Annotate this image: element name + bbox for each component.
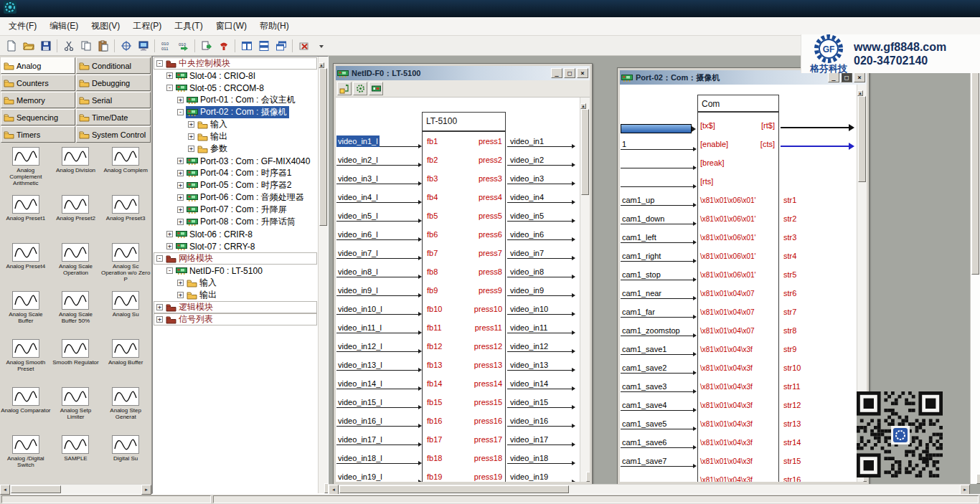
signal-left-label[interactable]: video_in18_l — [338, 454, 382, 462]
tree-expander[interactable]: - — [156, 60, 163, 67]
signal-right-label[interactable]: video_in16 — [510, 417, 548, 425]
output-label[interactable]: str6 — [783, 289, 796, 298]
palette-item[interactable]: Analog Scale Buffer 50% — [51, 290, 101, 338]
signal-left-label[interactable]: cam1_right — [622, 252, 661, 260]
signal-left-label[interactable]: video_in8_l — [338, 267, 378, 276]
signal-left-label[interactable]: cam1_up — [622, 196, 654, 204]
output-label[interactable]: str5 — [783, 270, 796, 279]
signal-right-label[interactable]: video_in3 — [510, 174, 544, 183]
tree-expander[interactable]: - — [177, 109, 184, 115]
palette-item[interactable]: Analog Step Generat — [100, 386, 151, 434]
workspace-vscrollbar[interactable]: ▲ ▼ — [970, 56, 980, 484]
signal-left-label[interactable]: video_in15_l — [338, 398, 382, 406]
tree-item[interactable]: +Port-06 : Com : 音频处理器 — [154, 191, 317, 204]
tree-item[interactable]: +Port-03 : Com : GF-MIX4040 — [154, 155, 317, 167]
open-icon[interactable] — [20, 37, 37, 54]
palette-item[interactable]: SAMPLE — [51, 434, 101, 482]
output-label[interactable]: str13 — [783, 419, 801, 428]
signal-left-label[interactable]: cam1_left — [622, 233, 656, 242]
signal-left-label[interactable]: video_in13_l — [338, 361, 382, 369]
watch-icon[interactable] — [353, 82, 367, 95]
tree-item[interactable]: -NetID-F0 : LT-5100 — [154, 265, 317, 277]
diagram-canvas[interactable]: Com ▲ ▼ [tx$][rt$]1[enable][cts][break][… — [620, 85, 867, 482]
signal-left-label[interactable]: cam1_down — [622, 214, 664, 223]
tree-item[interactable]: +输入 — [154, 277, 317, 289]
signal-left-label[interactable]: video_in11_l — [338, 323, 382, 332]
signal-left-label[interactable]: cam1_far — [622, 308, 655, 316]
output-label[interactable]: str7 — [783, 308, 796, 316]
palette-item[interactable]: Analog Buffer — [100, 338, 151, 386]
tab-memory[interactable]: Memory — [1, 92, 75, 108]
dropdown-icon[interactable] — [313, 37, 329, 54]
value-label[interactable]: \x81\x01\x04\x07 — [700, 290, 755, 298]
signal-right-label[interactable]: video_in14 — [510, 379, 548, 388]
palette-item[interactable]: Analog Setp Limiter — [51, 386, 101, 434]
tree-item[interactable]: +信号列表 — [154, 313, 317, 325]
signal-left-label[interactable]: cam1_save5 — [622, 419, 666, 428]
close-button[interactable]: × — [577, 68, 588, 78]
tree-item[interactable]: +Slot-04 : CRIO-8I — [154, 70, 317, 82]
value-label[interactable]: \x81\x01\x06\x01' — [700, 271, 756, 279]
output-label[interactable]: str2 — [783, 214, 796, 223]
maximize-button[interactable]: □ — [564, 68, 575, 78]
value-label[interactable]: \x81\x01\x06\x01' — [700, 234, 756, 242]
minimize-button[interactable]: _ — [551, 68, 562, 78]
tree-expander[interactable]: + — [188, 133, 194, 140]
tree-expander[interactable]: + — [156, 304, 163, 310]
output-label[interactable]: str16 — [783, 475, 801, 482]
palette-item[interactable]: Analog Smooth Preset — [1, 338, 51, 386]
palette-item[interactable]: Analog Scale Operation — [51, 242, 101, 290]
scroll-thumb[interactable] — [581, 109, 589, 195]
tab-counters[interactable]: Counters — [1, 75, 75, 91]
signal-left-label[interactable]: video_in16_l — [338, 417, 382, 425]
value-label[interactable]: \x81\x01\x06\x01' — [700, 252, 756, 260]
layer-up-icon[interactable] — [337, 82, 352, 95]
tree-vscrollbar[interactable]: ▲ ▼ — [318, 57, 328, 493]
close-all-icon[interactable] — [296, 37, 312, 54]
scroll-thumb[interactable] — [858, 96, 866, 182]
signal-right-label[interactable]: video_in1 — [510, 137, 544, 146]
tab-analog[interactable]: Analog — [1, 57, 75, 74]
maximize-button[interactable]: □ — [841, 72, 852, 82]
tree-expander[interactable]: + — [188, 121, 194, 128]
value-label[interactable]: \x81\x01\x06\x01' — [700, 196, 756, 204]
tile-horizontal-icon[interactable] — [255, 37, 272, 54]
menu-item[interactable]: 编辑(E) — [43, 17, 85, 35]
signal-left-label[interactable]: video_in2_l — [338, 156, 378, 164]
signal-left-label[interactable]: cam1_save3 — [622, 382, 666, 391]
output-label[interactable]: str12 — [783, 401, 801, 409]
palette-item[interactable]: Analog Comparator — [1, 386, 51, 434]
scroll-thumb[interactable] — [11, 485, 61, 493]
tree-expander[interactable]: - — [166, 85, 173, 91]
signal-left-label[interactable]: video_in7_l — [338, 249, 378, 257]
tree-expander[interactable]: + — [177, 97, 184, 103]
tree-item[interactable]: +参数 — [154, 143, 317, 155]
tab-debugging[interactable]: Debugging — [76, 75, 151, 91]
tree-item[interactable]: -中央控制模块 — [154, 57, 317, 70]
tab-conditional[interactable]: Conditional — [76, 57, 151, 74]
signal-left-label[interactable]: video_in6_l — [338, 230, 378, 239]
palette-item[interactable]: Analog Su — [100, 290, 151, 338]
tree-item[interactable]: +输出 — [154, 130, 317, 143]
signal-right-label[interactable]: video_in9 — [510, 286, 544, 295]
module-grid-icon[interactable] — [369, 82, 383, 95]
tree-expander[interactable]: + — [166, 243, 173, 249]
signal-left-label[interactable]: video_in10_l — [338, 305, 382, 313]
tree-item[interactable]: -网络模块 — [154, 252, 317, 265]
signal-right-label[interactable]: video_in12 — [510, 342, 548, 351]
tab-timers[interactable]: Timers — [1, 126, 75, 143]
tree-expander[interactable]: + — [156, 316, 163, 323]
signal-left-label[interactable]: video_in5_l — [338, 211, 378, 220]
signal-right-label[interactable]: video_in17 — [510, 435, 548, 444]
signal-right-label[interactable]: video_in7 — [510, 249, 544, 257]
window-vscrollbar[interactable]: ▲ ▼ — [580, 98, 590, 482]
tree-item[interactable]: +Port-05 : Com : 时序器2 — [154, 179, 317, 191]
menu-item[interactable]: 视图(V) — [85, 17, 126, 35]
scroll-thumb[interactable] — [319, 68, 327, 226]
minimize-button[interactable]: _ — [828, 72, 839, 82]
signal-right-label[interactable]: video_in5 — [510, 211, 544, 220]
connect-icon[interactable] — [215, 37, 232, 54]
output-label[interactable]: str8 — [783, 326, 796, 335]
workspace-hscrollbar[interactable]: ◄ ► — [329, 484, 970, 494]
tree-item[interactable]: +Port-04 : Com : 时序器1 — [154, 167, 317, 179]
